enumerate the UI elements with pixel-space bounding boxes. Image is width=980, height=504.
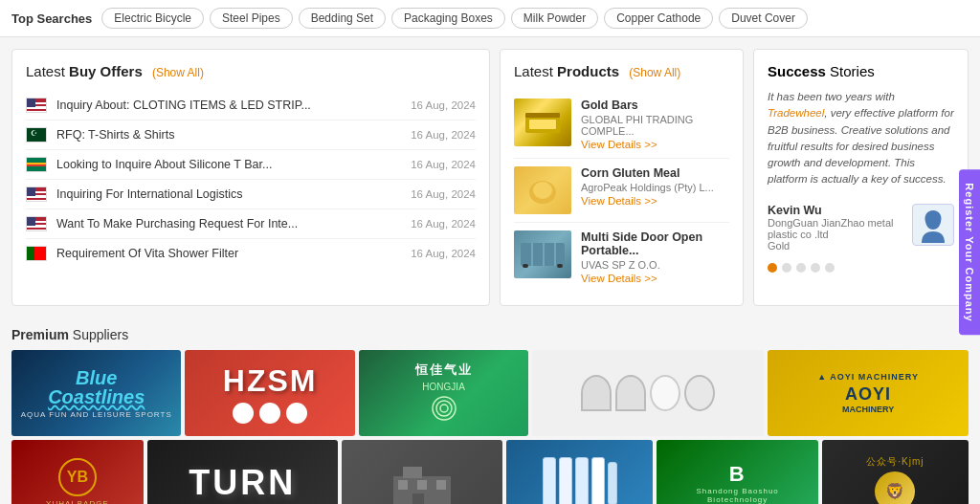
product-view-details[interactable]: View Details >>	[581, 273, 729, 284]
buy-offers-title-bold: Buy Offers	[69, 63, 143, 79]
premium-title-bold: Premium	[11, 327, 69, 342]
offer-text[interactable]: Requirement Of Vita Shower Filter	[56, 247, 403, 260]
supplier-card-baoshuo[interactable]: B Shandong Baoshuo Biotechnology	[657, 440, 817, 504]
offer-date: 16 Aug, 2024	[411, 129, 476, 141]
dot-4[interactable]	[811, 263, 820, 273]
product-thumb-container	[514, 230, 571, 278]
buy-offers-title-latest: Latest	[26, 63, 65, 79]
offer-row: Inquiry About: CLOTING ITEMS & LED STRIP…	[26, 91, 476, 121]
search-tag-steel-pipes[interactable]: Steel Pipes	[210, 8, 293, 29]
search-tag-electric-bicycle[interactable]: Electric Bicycle	[101, 8, 204, 29]
avatar-icon	[918, 207, 948, 243]
supplier-grid-row1: Blue Coastlines AQUA FUN AND LEISURE SPO…	[11, 350, 969, 436]
testimonial-card: Kevin Wu DongGuan JianZhao metal plastic…	[768, 204, 954, 252]
register-company-sidebar[interactable]: Register Your Company	[959, 169, 980, 335]
svg-rect-19	[412, 493, 424, 505]
svg-rect-9	[523, 264, 528, 268]
supplier-card-bluecoastlines[interactable]: Blue Coastlines AQUA FUN AND LEISURE SPO…	[11, 350, 181, 436]
product-info: Corn Gluten Meal AgroPeak Holdings (Pty)…	[581, 166, 729, 207]
search-tag-duvet-cover[interactable]: Duvet Cover	[719, 8, 808, 29]
supplier-card-hzsm[interactable]: HZSM	[185, 350, 354, 436]
supplier-card-turn[interactable]: TURN	[147, 440, 338, 504]
svg-rect-5	[521, 243, 565, 266]
supplier-card-hongjia[interactable]: 恒佳气业 HONGJIA	[359, 350, 528, 436]
premium-title-suppliers: Suppliers	[73, 327, 128, 342]
offer-date: 16 Aug, 2024	[411, 159, 476, 170]
offer-text[interactable]: Inquiring For International Logistics	[56, 187, 403, 201]
supplier-grid-row2: YB YUHAI BADGE ASP TURN	[11, 440, 969, 504]
dot-1[interactable]	[768, 263, 777, 273]
product-info: Multi Side Door Open Portable... UVAS SP…	[581, 230, 729, 284]
product-name: Corn Gluten Meal	[581, 166, 729, 180]
success-quote: It has been two years with Tradewheel, v…	[768, 89, 954, 188]
offer-text[interactable]: RFQ: T-Shirts & Shirts	[56, 128, 403, 142]
svg-rect-10	[557, 264, 563, 268]
supplier-card-filters[interactable]	[506, 440, 653, 504]
top-searches-bar: Top Searches Electric Bicycle Steel Pipe…	[0, 0, 980, 37]
offer-text[interactable]: Want To Make Purchasing Request For Inte…	[56, 217, 403, 230]
top-searches-label: Top Searches	[11, 11, 92, 26]
supplier-card-aoyi[interactable]: ▲ AOYI MACHINERY AOYI MACHINERY	[768, 350, 969, 436]
premium-suppliers-section: Premium Suppliers Blue Coastlines AQUA F…	[0, 318, 980, 504]
gold-bars-icon	[523, 108, 562, 137]
products-title-bold: Products	[557, 63, 619, 79]
factory-icon	[389, 457, 456, 505]
supplier-card-yuhai[interactable]: YB YUHAI BADGE ASP	[11, 440, 144, 504]
flag-za	[26, 157, 47, 172]
flag-us	[26, 186, 47, 202]
search-tag-milk-powder[interactable]: Milk Powder	[511, 8, 598, 29]
offer-row: RFQ: T-Shirts & Shirts 16 Aug, 2024	[26, 121, 476, 150]
testimonial-dots	[768, 263, 954, 273]
offer-row: Want To Make Purchasing Request For Inte…	[26, 209, 476, 239]
testimonial-level: Gold	[768, 240, 904, 252]
product-company: AgroPeak Holdings (Pty) L...	[581, 182, 729, 193]
flag-us	[26, 98, 47, 113]
product-company: GLOBAL PHI TRADING COMPLE...	[581, 114, 729, 137]
main-content: Latest Buy Offers (Show All) Inquiry Abo…	[0, 37, 980, 318]
svg-rect-18	[436, 480, 446, 490]
product-thumb-gold	[514, 99, 571, 146]
search-tag-packaging-boxes[interactable]: Packaging Boxes	[391, 8, 505, 29]
offer-row: Inquiring For International Logistics 16…	[26, 180, 476, 209]
svg-rect-16	[398, 480, 408, 490]
offer-date: 16 Aug, 2024	[411, 99, 476, 111]
svg-rect-15	[403, 467, 422, 478]
dot-5[interactable]	[825, 263, 835, 273]
buy-offers-show-all[interactable]: (Show All)	[152, 66, 204, 79]
testimonial-company: DongGuan JianZhao metal plastic co .ltd	[768, 217, 904, 240]
spiral-icon	[425, 394, 463, 423]
products-section: Latest Products (Show All) Gold Bars GLO…	[500, 49, 744, 306]
offer-text[interactable]: Inquiry About: CLOTING ITEMS & LED STRIP…	[56, 99, 403, 112]
offer-row: Looking to Inquire About Silicone T Bar.…	[26, 150, 476, 180]
product-company: UVAS SP Z O.O.	[581, 259, 729, 271]
products-show-all[interactable]: (Show All)	[629, 66, 680, 79]
product-item: Multi Side Door Open Portable... UVAS SP…	[514, 223, 729, 292]
testimonial-name: Kevin Wu	[768, 204, 904, 217]
svg-point-13	[440, 405, 448, 412]
success-section: Success Stories It has been two years wi…	[753, 49, 969, 306]
buy-offers-section: Latest Buy Offers (Show All) Inquiry Abo…	[11, 49, 490, 306]
offer-row: Requirement Of Vita Shower Filter 16 Aug…	[26, 239, 476, 268]
product-name: Gold Bars	[581, 99, 729, 112]
product-view-details[interactable]: View Details >>	[581, 139, 729, 150]
offer-date: 16 Aug, 2024	[411, 218, 476, 230]
success-title: Success Stories	[768, 63, 954, 79]
search-tag-copper-cathode[interactable]: Copper Cathode	[604, 8, 713, 29]
supplier-card-kjmj[interactable]: 公众号·Kjmj 🦁	[822, 440, 969, 504]
offer-date: 16 Aug, 2024	[411, 188, 476, 200]
product-view-details[interactable]: View Details >>	[581, 195, 729, 207]
products-title: Latest Products (Show All)	[514, 63, 729, 79]
supplier-card-factory[interactable]	[342, 440, 502, 504]
supplier-card-rolls[interactable]	[532, 350, 764, 436]
dot-3[interactable]	[796, 263, 806, 273]
testimonial-avatar	[912, 204, 954, 246]
success-title-bold: Success	[768, 63, 826, 79]
dot-2[interactable]	[782, 263, 791, 273]
svg-rect-17	[417, 480, 427, 490]
product-item: Gold Bars GLOBAL PHI TRADING COMPLE... V…	[514, 91, 729, 159]
search-tag-bedding-set[interactable]: Bedding Set	[299, 8, 386, 29]
svg-point-12	[436, 401, 452, 416]
corn-icon	[523, 173, 562, 208]
offer-text[interactable]: Looking to Inquire About Silicone T Bar.…	[56, 158, 403, 171]
testimonial-info: Kevin Wu DongGuan JianZhao metal plastic…	[768, 204, 904, 252]
